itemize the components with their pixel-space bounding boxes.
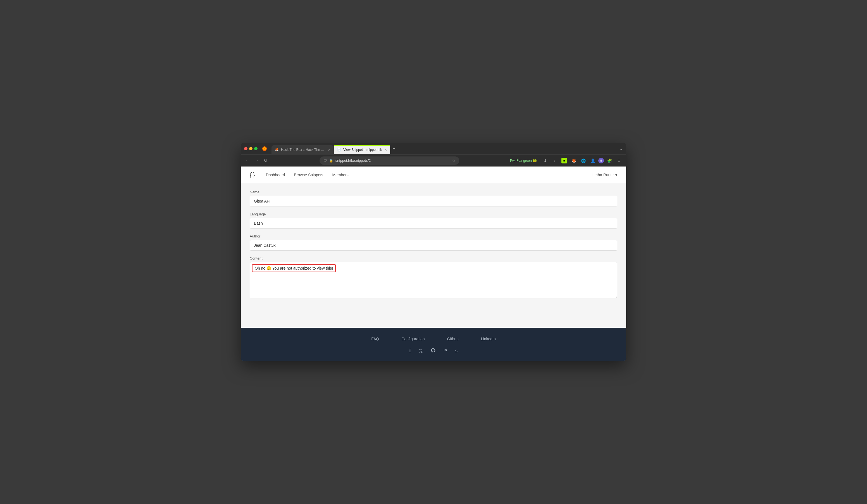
shield-icon: 🛡 — [323, 159, 327, 163]
back-button[interactable]: ← — [244, 157, 251, 164]
minimize-button[interactable] — [249, 147, 253, 150]
firefox-icon — [262, 146, 267, 151]
traffic-lights — [244, 147, 258, 150]
forward-button[interactable]: → — [253, 157, 260, 164]
tab-htb-favicon: 🦊 — [275, 148, 279, 152]
reload-button[interactable]: ↻ — [262, 157, 269, 164]
nav-browse-snippets[interactable]: Browse Snippets — [294, 173, 323, 177]
new-tab-button[interactable]: + — [390, 146, 398, 152]
main-content: Name Language Author Content Oh no 😯 You… — [241, 183, 626, 328]
name-label: Name — [250, 190, 617, 194]
address-bar: ← → ↻ 🛡 🔒 snippet.htb/snippets/2 ☆ PwnFo… — [241, 154, 626, 167]
facebook-icon[interactable]: f — [409, 348, 411, 354]
linkedin-icon[interactable]: in — [443, 348, 447, 354]
htb-extension-icon[interactable]: B — [560, 157, 568, 164]
name-input[interactable] — [250, 196, 617, 206]
star-icon[interactable]: ☆ — [452, 159, 455, 163]
ext-count-icon[interactable]: 9 — [598, 158, 604, 163]
tab-snippet-favicon: 📄 — [337, 148, 341, 152]
user-chevron-icon: ▾ — [616, 173, 617, 177]
site-nav: Dashboard Browse Snippets Members — [266, 173, 349, 177]
browser-window: 🦊 Hack The Box :: Hack The Box ✕ 📄 View … — [241, 143, 626, 361]
pocket-icon[interactable]: ⬇ — [541, 157, 549, 164]
language-label: Language — [250, 212, 617, 216]
site-navbar: { } Dashboard Browse Snippets Members Le… — [241, 167, 626, 183]
page-content: { } Dashboard Browse Snippets Members Le… — [241, 167, 626, 361]
content-textarea[interactable] — [250, 262, 617, 298]
active-tab-indicator — [334, 145, 390, 146]
menu-icon[interactable]: ≡ — [615, 157, 623, 164]
content-label: Content — [250, 256, 617, 260]
nav-dashboard[interactable]: Dashboard — [266, 173, 285, 177]
address-text: snippet.htb/snippets/2 — [335, 158, 371, 163]
close-button[interactable] — [244, 147, 247, 150]
site-footer: FAQ Configuration Github LinkedIn f 𝕏 in… — [241, 328, 626, 361]
language-input[interactable] — [250, 218, 617, 228]
htb-ext-badge: B — [561, 158, 567, 163]
twitter-icon[interactable]: 𝕏 — [419, 348, 423, 354]
pwnfox-badge: PwnFox-green 🐸 — [510, 159, 537, 163]
pwnfox-label: PwnFox-green 🐸 — [510, 159, 537, 163]
footer-social: f 𝕏 in ⌂ — [241, 348, 626, 354]
tabs-chevron[interactable]: ⌄ — [620, 147, 623, 151]
svg-point-2 — [264, 148, 265, 149]
toolbar-icons: ⬇ ↓ B 🦊 🌐 👤 9 🧩 ≡ — [541, 157, 623, 164]
user-name: Letha Runte — [592, 173, 614, 177]
footer-links: FAQ Configuration Github LinkedIn — [241, 337, 626, 341]
author-group: Author — [250, 234, 617, 250]
footer-github[interactable]: Github — [447, 337, 459, 341]
tab-htb[interactable]: 🦊 Hack The Box :: Hack The Box ✕ — [271, 145, 334, 154]
github-icon[interactable] — [431, 348, 436, 354]
footer-faq[interactable]: FAQ — [371, 337, 379, 341]
title-bar: 🦊 Hack The Box :: Hack The Box ✕ 📄 View … — [241, 143, 626, 154]
amazon-icon[interactable]: ⌂ — [455, 348, 458, 354]
tabs-bar: 🦊 Hack The Box :: Hack The Box ✕ 📄 View … — [271, 143, 623, 154]
name-group: Name — [250, 190, 617, 206]
address-field[interactable]: 🛡 🔒 snippet.htb/snippets/2 ☆ — [320, 157, 459, 165]
site-logo: { } — [250, 171, 255, 179]
tab-snippet[interactable]: 📄 View Snippet - snippet.htb ✕ — [334, 145, 390, 154]
tab-htb-close[interactable]: ✕ — [328, 148, 330, 152]
content-group: Content Oh no 😯 You are not authorized t… — [250, 256, 617, 300]
nav-members[interactable]: Members — [332, 173, 348, 177]
tab-snippet-label: View Snippet - snippet.htb — [343, 148, 382, 152]
author-input[interactable] — [250, 240, 617, 250]
footer-linkedin[interactable]: LinkedIn — [481, 337, 496, 341]
download-icon[interactable]: ↓ — [551, 157, 559, 164]
tab-htb-label: Hack The Box :: Hack The Box — [281, 148, 326, 152]
globe-icon[interactable]: 🌐 — [579, 157, 587, 164]
author-label: Author — [250, 234, 617, 238]
fullscreen-button[interactable] — [254, 147, 258, 150]
tab-snippet-close[interactable]: ✕ — [384, 148, 387, 152]
footer-configuration[interactable]: Configuration — [402, 337, 425, 341]
language-group: Language — [250, 212, 617, 228]
fox-ext-icon[interactable]: 🦊 — [570, 157, 578, 164]
user-dropdown[interactable]: Letha Runte ▾ — [592, 173, 617, 177]
profile-icon[interactable]: 👤 — [589, 157, 597, 164]
lock-icon: 🔒 — [329, 159, 333, 163]
content-wrapper: Oh no 😯 You are not authorized to view t… — [250, 262, 617, 300]
extensions-icon[interactable]: 🧩 — [606, 157, 613, 164]
